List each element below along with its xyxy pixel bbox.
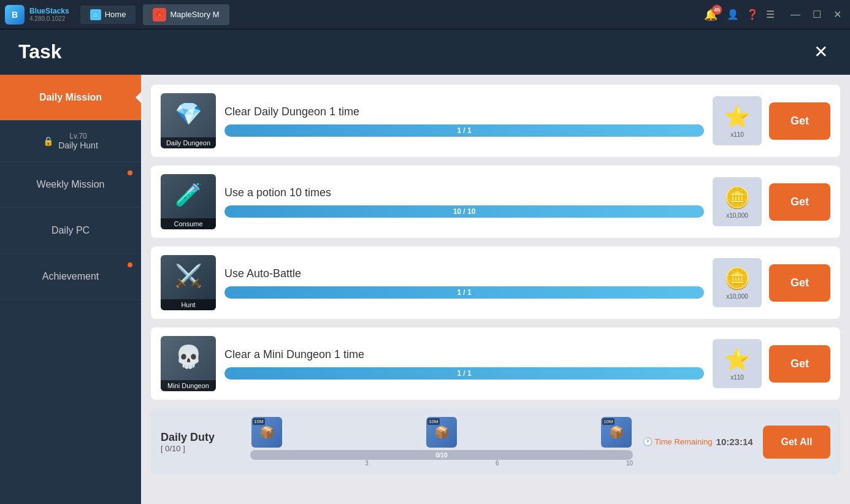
get-button-3[interactable]: Get xyxy=(769,345,830,383)
mission-details-1: Use a potion 10 times 10 / 10 xyxy=(224,186,704,218)
sidebar-item-daily-hunt[interactable]: 🔒 Lv.70 Daily Hunt xyxy=(0,121,141,162)
daily-duty-count: [ 0/10 ] xyxy=(161,444,240,453)
get-all-button[interactable]: Get All xyxy=(763,426,830,459)
duty-icon-1: 10M 📦 xyxy=(426,417,457,448)
reward-area-3: ⭐ x110 Get xyxy=(713,339,830,388)
task-close-button[interactable]: ✕ xyxy=(810,41,832,63)
get-button-2[interactable]: Get xyxy=(769,264,830,302)
mini-label: Mini Dungeon xyxy=(161,380,216,391)
timer-area: 🕐 Time Remaining 10:23:14 xyxy=(643,437,753,447)
progress-text-2: 1 / 1 xyxy=(457,288,471,297)
progress-bar-3: 1 / 1 xyxy=(224,367,704,380)
reward-area-1: 🪙 x10,000 Get xyxy=(713,177,830,226)
dungeon-emoji: 💎 xyxy=(170,96,207,132)
bluestacks-logo: B xyxy=(5,5,25,25)
lock-icon: 🔒 xyxy=(43,136,53,146)
task-header: Task ✕ xyxy=(0,29,850,75)
main-content: Task ✕ Daily Mission 🔒 Lv.70 Daily Hunt … xyxy=(0,29,850,504)
progress-text-0: 1 / 1 xyxy=(457,126,471,135)
sidebar-label-daily-pc: Daily PC xyxy=(52,225,90,235)
reward-icon-0: ⭐ x110 xyxy=(713,96,762,145)
sidebar-item-weekly-mission[interactable]: Weekly Mission xyxy=(0,162,141,208)
duty-markers-row: 3 6 10 xyxy=(250,460,633,467)
mission-icon-daily-dungeon: 💎 Daily Dungeon xyxy=(161,93,216,148)
minimize-button[interactable]: — xyxy=(787,8,804,21)
app-version: 4.280.0.1022 xyxy=(29,15,69,22)
menu-icon[interactable]: ☰ xyxy=(766,9,775,20)
daily-duty-left: Daily Duty [ 0/10 ] xyxy=(161,431,240,453)
sidebar-label-weekly-mission: Weekly Mission xyxy=(37,179,105,189)
reward-icon-2: 🪙 x10,000 xyxy=(713,258,762,307)
marker-1: 6 xyxy=(496,460,499,467)
reward-area-2: 🪙 x10,000 Get xyxy=(713,258,830,307)
tab-home[interactable]: ⌂ Home xyxy=(80,6,136,24)
titlebar-right: 🔔 45 👤 ❓ ☰ — ☐ ✕ xyxy=(702,6,845,23)
bluestacks-info: BlueStacks 4.280.0.1022 xyxy=(29,7,69,22)
window-close-button[interactable]: ✕ xyxy=(830,7,845,21)
reward-emoji-3: ⭐ xyxy=(724,347,750,372)
reward-amount-1: x10,000 xyxy=(726,212,748,219)
game-icon: 🍁 xyxy=(153,8,166,21)
consume-label: Consume xyxy=(161,218,216,229)
duty-icon-0: 10M 📦 xyxy=(251,417,282,448)
reward-emoji-0: ⭐ xyxy=(724,104,750,129)
app-name: BlueStacks xyxy=(29,7,69,15)
progress-text-3: 1 / 1 xyxy=(457,369,471,378)
mission-title-1: Use a potion 10 times xyxy=(224,186,704,199)
timer-label: 🕐 Time Remaining xyxy=(643,437,713,446)
reward-emoji-2: 🪙 xyxy=(724,266,750,291)
progress-bar-2: 1 / 1 xyxy=(224,286,704,299)
daily-hunt-lv: Lv.70 xyxy=(69,132,86,140)
notification-bell[interactable]: 🔔 45 xyxy=(702,6,719,23)
mission-card-mini-dungeon: 💀 Mini Dungeon Clear a Mini Dungeon 1 ti… xyxy=(151,327,840,400)
content-layout: Daily Mission 🔒 Lv.70 Daily Hunt Weekly … xyxy=(0,75,850,504)
maximize-button[interactable]: ☐ xyxy=(809,7,825,21)
get-button-1[interactable]: Get xyxy=(769,183,830,221)
mission-icon-mini: 💀 Mini Dungeon xyxy=(161,336,216,391)
duty-corner-1: 10M xyxy=(427,418,440,425)
reward-amount-2: x10,000 xyxy=(726,293,748,300)
reward-icon-1: 🪙 x10,000 xyxy=(713,177,762,226)
mission-details-0: Clear Daily Dungeon 1 time 1 / 1 xyxy=(224,105,704,137)
titlebar: B BlueStacks 4.280.0.1022 ⌂ Home 🍁 Maple… xyxy=(0,0,850,29)
marker-0: 3 xyxy=(250,460,369,467)
timer-value: 10:23:14 xyxy=(716,437,753,447)
mission-title-3: Clear a Mini Dungeon 1 time xyxy=(224,348,704,361)
sidebar-item-achievement[interactable]: Achievement xyxy=(0,254,141,300)
mission-title-0: Clear Daily Dungeon 1 time xyxy=(224,105,704,118)
sidebar-label-achievement: Achievement xyxy=(42,271,99,281)
mission-details-2: Use Auto-Battle 1 / 1 xyxy=(224,267,704,299)
daily-duty-progress-area: 10M 📦 10M 📦 10M 📦 xyxy=(250,417,633,467)
help-icon[interactable]: ❓ xyxy=(746,9,759,20)
duty-progress-text: 0/10 xyxy=(435,452,447,459)
duty-icon-2: 10M 📦 xyxy=(601,417,632,448)
page-title: Task xyxy=(18,40,62,63)
hunt-emoji: ⚔️ xyxy=(170,258,207,294)
sidebar-item-daily-mission[interactable]: Daily Mission xyxy=(0,75,141,121)
mission-icon-consume: 🧪 Consume xyxy=(161,174,216,229)
weekly-mission-dot xyxy=(128,170,132,175)
reward-amount-0: x110 xyxy=(730,131,744,138)
mission-card-clear-daily-dungeon: 💎 Daily Dungeon Clear Daily Dungeon 1 ti… xyxy=(151,85,840,157)
daily-hunt-info: Lv.70 Daily Hunt xyxy=(58,132,98,150)
mission-details-3: Clear a Mini Dungeon 1 time 1 / 1 xyxy=(224,348,704,380)
daily-duty-section: Daily Duty [ 0/10 ] 10M 📦 10M 📦 xyxy=(151,408,840,475)
reward-area-0: ⭐ x110 Get xyxy=(713,96,830,145)
progress-text-1: 10 / 10 xyxy=(453,207,476,216)
daily-duty-title: Daily Duty xyxy=(161,431,240,444)
duty-icons-row: 10M 📦 10M 📦 10M 📦 xyxy=(250,417,633,448)
marker-2: 10 xyxy=(626,460,633,467)
progress-bar-0: 1 / 1 xyxy=(224,124,704,137)
sidebar-item-daily-pc[interactable]: Daily PC xyxy=(0,208,141,254)
user-icon[interactable]: 👤 xyxy=(727,9,739,20)
get-button-0[interactable]: Get xyxy=(769,102,830,140)
duty-progress-bar: 0/10 xyxy=(250,450,633,460)
tab-game[interactable]: 🍁 MapleStory M xyxy=(143,4,229,25)
achievement-dot xyxy=(128,262,132,267)
mission-title-2: Use Auto-Battle xyxy=(224,267,704,280)
consume-emoji: 🧪 xyxy=(170,177,207,213)
duty-corner-2: 10M xyxy=(602,418,615,425)
reward-emoji-1: 🪙 xyxy=(724,185,750,210)
sidebar-label-daily-mission: Daily Mission xyxy=(39,92,102,102)
mini-emoji: 💀 xyxy=(170,338,207,375)
